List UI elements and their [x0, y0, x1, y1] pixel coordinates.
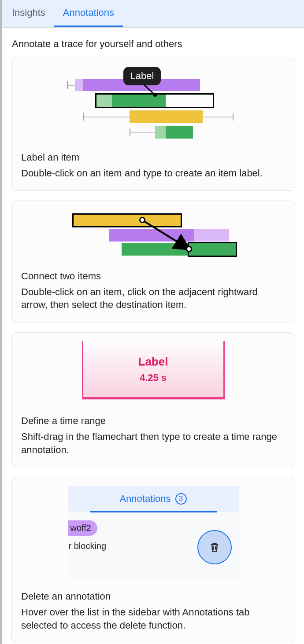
timerange-value: 4.25 s — [140, 372, 167, 384]
tab-insights[interactable]: Insights — [3, 0, 54, 27]
annotation-count-badge: 3 — [175, 493, 187, 505]
card-label-item: Label Lab — [11, 58, 295, 191]
mini-tab-annotations: Annotations — [119, 493, 171, 505]
card-title: Define a time range — [21, 415, 285, 427]
card-desc: Shift-drag in the flamechart then type t… — [21, 430, 285, 456]
card-connect-items: Connect two items Double-click on an ite… — [11, 201, 295, 322]
svg-point-1 — [153, 93, 157, 97]
svg-line-2 — [143, 220, 187, 248]
card-delete-annotation: Annotations 3 woff2 r blocking — [11, 477, 295, 643]
tab-annotations[interactable]: Annotations — [54, 0, 123, 27]
illustration-timerange: Label 4.25 s — [21, 341, 285, 407]
illustration-delete: Annotations 3 woff2 r blocking — [21, 486, 285, 583]
tabs: Insights Annotations — [2, 0, 304, 28]
card-title: Delete an annotation — [21, 591, 285, 602]
illustration-label: Label — [21, 67, 285, 144]
card-desc: Double-click on an item and type to crea… — [21, 167, 285, 180]
card-title: Label an item — [21, 152, 285, 163]
card-title: Connect two items — [21, 271, 285, 282]
timerange-label: Label — [138, 355, 168, 369]
card-desc: Hover over the list in the sidebar with … — [21, 606, 285, 632]
label-chip: Label — [123, 67, 161, 85]
annotation-pill: woff2 — [68, 520, 97, 536]
trash-icon — [208, 541, 221, 554]
svg-line-0 — [144, 84, 155, 95]
illustration-connect — [21, 210, 285, 263]
page-title: Annotate a trace for yourself and others — [12, 38, 295, 50]
delete-button[interactable] — [197, 530, 232, 564]
card-desc: Double-click on an item, click on the ad… — [21, 285, 285, 311]
card-time-range: Label 4.25 s Define a time range Shift-d… — [11, 332, 295, 467]
